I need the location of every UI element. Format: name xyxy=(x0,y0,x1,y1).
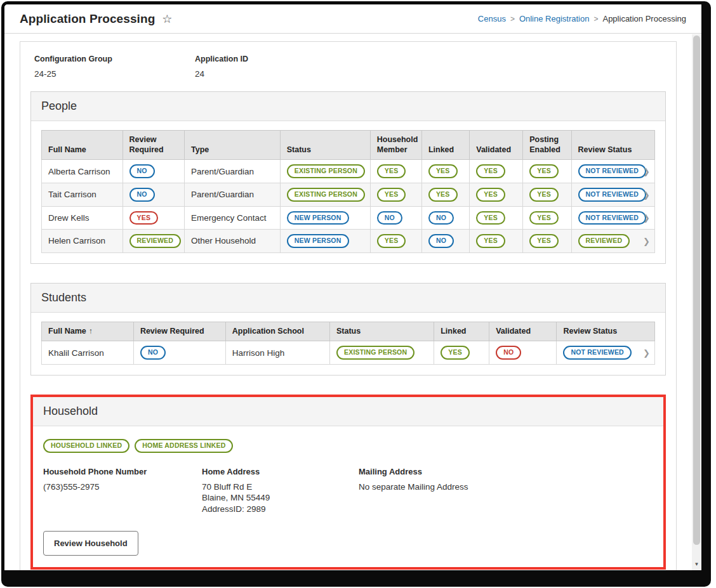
mailing-address-label: Mailing Address xyxy=(359,467,653,476)
col-full-name-sortable[interactable]: Full Name↑ xyxy=(42,322,134,341)
breadcrumb-current: Application Processing xyxy=(602,14,686,23)
cell-linked: YES xyxy=(421,183,469,206)
chevron-right-icon[interactable]: ❯ xyxy=(643,190,650,199)
page-header: Application Processing ☆ Census > Online… xyxy=(4,4,701,34)
validated-pill: YES xyxy=(476,188,505,202)
posting-enabled-pill: YES xyxy=(529,188,559,202)
cell-posting-enabled: YES xyxy=(523,230,571,253)
cell-status: EXISTING PERSON xyxy=(330,341,434,365)
application-id-label: Application ID xyxy=(195,55,355,63)
breadcrumb-separator-icon: > xyxy=(593,15,598,23)
student-name: Khalil Carrison xyxy=(42,341,134,365)
linked-pill: YES xyxy=(441,346,470,360)
people-row: Tait Carrison NO Parent/Guardian EXISTIN… xyxy=(42,183,655,206)
chevron-right-icon[interactable]: ❯ xyxy=(643,348,650,358)
cell-posting-enabled: YES xyxy=(523,183,571,206)
col-status: Status xyxy=(280,131,370,160)
home-address-line-3: AddressID: 2989 xyxy=(202,504,359,515)
col-full-name: Full Name xyxy=(42,131,123,160)
breadcrumb: Census > Online Registration > Applicati… xyxy=(478,14,686,23)
cell-review-required: NO xyxy=(123,183,185,206)
favorite-star-icon[interactable]: ☆ xyxy=(162,13,172,25)
cell-review-required: NO xyxy=(133,341,225,365)
scrollbar-thumb[interactable] xyxy=(693,36,700,545)
cell-review-required: YES xyxy=(123,206,185,230)
household-section: Household HOUSEHOLD LINKED HOME ADDRESS … xyxy=(30,395,666,570)
review-status-pill: NOT REVIEWED xyxy=(563,346,632,360)
person-name: Helen Carrison xyxy=(42,230,123,253)
home-address-field: Home Address 70 Bluff Rd E Blaine, MN 55… xyxy=(202,467,359,515)
review-household-button[interactable]: Review Household xyxy=(43,531,138,556)
cell-validated: YES xyxy=(470,183,523,206)
chevron-right-icon[interactable]: ❯ xyxy=(643,236,650,245)
cell-review-status: NOT REVIEWED❯ xyxy=(571,160,654,183)
col-linked: Linked xyxy=(421,131,469,160)
students-section-body: Full Name↑ Review Required Application S… xyxy=(31,313,665,375)
content-area: Configuration Group 24-25 Application ID… xyxy=(4,34,692,570)
household-member-pill: NO xyxy=(377,211,402,225)
cell-household-member: YES xyxy=(370,160,421,183)
home-address-linked-badge: HOME ADDRESS LINKED xyxy=(135,439,233,453)
people-row: Helen Carrison REVIEWED Other Household … xyxy=(42,230,655,253)
col-review-status: Review Status xyxy=(571,131,654,160)
mailing-address-value: No separate Mailing Address xyxy=(359,481,653,493)
vertical-scrollbar[interactable]: ▼ xyxy=(692,34,701,570)
chevron-right-icon[interactable]: ❯ xyxy=(643,167,650,176)
cell-posting-enabled: YES xyxy=(523,160,571,183)
application-processing-page: Application Processing ☆ Census > Online… xyxy=(4,4,701,570)
status-pill: NEW PERSON xyxy=(287,234,349,248)
cell-type: Parent/Guardian xyxy=(185,160,281,183)
col-review-status: Review Status xyxy=(557,322,655,341)
linked-pill: NO xyxy=(428,234,454,248)
cell-review-required: REVIEWED xyxy=(123,230,185,253)
cell-type: Emergency Contact xyxy=(185,206,281,230)
person-name: Drew Kells xyxy=(42,206,123,230)
cell-status: EXISTING PERSON xyxy=(280,183,370,206)
people-header-row: Full Name Review Required Type Status Ho… xyxy=(42,131,655,160)
review-required-pill: NO xyxy=(129,188,155,202)
review-status-pill: REVIEWED xyxy=(578,234,630,248)
cell-validated: NO xyxy=(489,341,557,365)
people-section: People Full Name Review Required xyxy=(30,91,666,264)
configuration-group-value: 24-25 xyxy=(34,69,195,79)
validated-pill: YES xyxy=(476,234,505,248)
col-household-member: Household Member xyxy=(370,131,421,160)
posting-enabled-pill: YES xyxy=(529,211,559,225)
home-address-label: Home Address xyxy=(202,467,359,476)
status-pill: NEW PERSON xyxy=(287,211,349,225)
people-row: Drew Kells YES Emergency Contact NEW PER… xyxy=(42,206,655,230)
scroll-down-arrow-icon[interactable]: ▼ xyxy=(692,559,701,569)
breadcrumb-online-registration[interactable]: Online Registration xyxy=(519,14,590,23)
household-phone-value: (763)555-2975 xyxy=(43,481,202,493)
cell-status: NEW PERSON xyxy=(280,230,370,253)
posting-enabled-pill: YES xyxy=(529,234,559,248)
cell-validated: YES xyxy=(470,160,523,183)
col-posting-enabled: Posting Enabled xyxy=(523,131,571,160)
household-section-title: Household xyxy=(33,397,663,426)
cell-review-required: NO xyxy=(123,160,185,183)
cell-review-status: NOT REVIEWED❯ xyxy=(571,206,654,230)
mailing-address-field: Mailing Address No separate Mailing Addr… xyxy=(359,467,653,515)
col-review-required: Review Required xyxy=(123,131,185,160)
household-details: Household Phone Number (763)555-2975 Hom… xyxy=(43,467,653,515)
breadcrumb-census[interactable]: Census xyxy=(478,14,506,23)
cell-household-member: YES xyxy=(370,230,421,253)
sort-ascending-icon: ↑ xyxy=(89,327,93,336)
cell-type: Parent/Guardian xyxy=(185,183,281,206)
breadcrumb-separator-icon: > xyxy=(510,15,515,23)
application-meta: Configuration Group 24-25 Application ID… xyxy=(30,52,666,79)
cell-linked: NO xyxy=(421,206,469,230)
cell-validated: YES xyxy=(470,230,523,253)
status-pill: EXISTING PERSON xyxy=(287,188,365,202)
review-required-pill: NO xyxy=(129,164,155,178)
chevron-right-icon[interactable]: ❯ xyxy=(643,213,650,223)
col-validated: Validated xyxy=(489,322,557,341)
validated-pill: YES xyxy=(476,164,505,178)
validated-pill: NO xyxy=(496,346,521,360)
status-pill: EXISTING PERSON xyxy=(287,164,365,178)
person-name: Tait Carrison xyxy=(42,183,123,206)
col-type: Type xyxy=(185,131,281,160)
validated-pill: YES xyxy=(476,211,505,225)
review-status-pill: NOT REVIEWED xyxy=(578,211,647,225)
cell-linked: NO xyxy=(421,230,469,253)
